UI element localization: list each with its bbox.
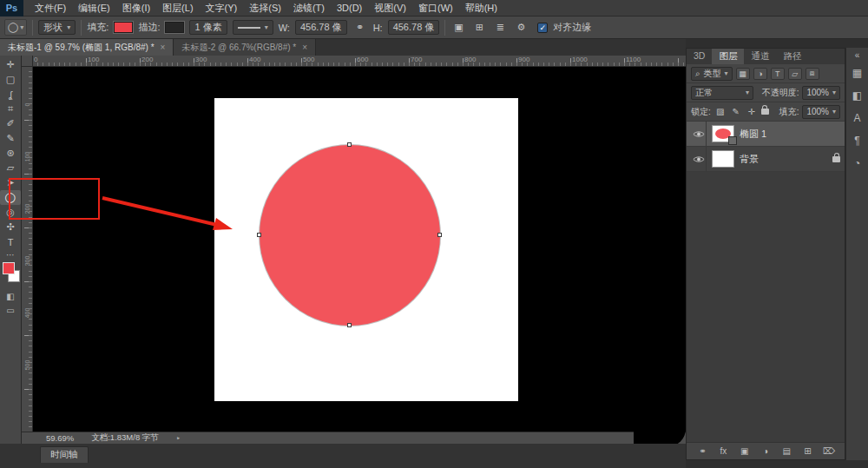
eraser-tool[interactable]: ▱ xyxy=(0,161,21,175)
menu-window[interactable]: 窗口(W) xyxy=(412,0,459,16)
filter-type-layers-icon[interactable]: T xyxy=(771,68,785,80)
menu-filter[interactable]: 滤镜(T) xyxy=(287,0,331,16)
new-group-icon[interactable]: ▤ xyxy=(780,446,792,456)
tool-preset-dropdown[interactable]: ◯ ▾ xyxy=(4,19,27,36)
close-icon[interactable]: × xyxy=(161,43,166,52)
character-panel-icon[interactable]: A xyxy=(846,107,868,129)
marquee-tool[interactable]: ▢ xyxy=(0,72,21,87)
eyedropper-tool[interactable]: ✐ xyxy=(0,116,21,131)
width-value: 456.78 像 xyxy=(300,21,342,34)
anchor-point-right[interactable] xyxy=(437,233,442,237)
height-field[interactable]: 456.78 像 xyxy=(388,20,440,35)
horizontal-ruler[interactable]: 0 100 200 300 400 500 600 700 800 900 10… xyxy=(22,56,686,67)
layers-empty-area[interactable] xyxy=(687,172,845,442)
adjustment-layer-icon[interactable]: ◑ xyxy=(760,446,772,456)
layer-row-ellipse[interactable]: 椭圆 1 xyxy=(687,122,845,147)
lock-row: 锁定: ▨ ✎ ✛ 填充: 100% ▾ xyxy=(687,102,845,122)
menu-view[interactable]: 视图(V) xyxy=(368,0,412,16)
align-edges-checkbox[interactable]: ✓ xyxy=(537,23,548,33)
lock-all-icon[interactable] xyxy=(761,109,769,115)
screen-mode-icon[interactable]: ▭ xyxy=(0,306,21,315)
delete-layer-icon[interactable]: ⌦ xyxy=(823,446,835,456)
tool-mode-dropdown[interactable]: 形状 ▾ xyxy=(38,20,76,35)
ruler-label: 400 xyxy=(249,56,260,63)
document-canvas[interactable] xyxy=(214,98,518,401)
type-tool[interactable]: T xyxy=(0,234,21,249)
menu-file[interactable]: 文件(F) xyxy=(29,0,72,16)
move-tool[interactable]: ✛ xyxy=(0,57,21,72)
visibility-toggle[interactable] xyxy=(691,122,707,146)
stroke-type-dropdown[interactable]: ▾ xyxy=(233,20,273,35)
visibility-toggle[interactable] xyxy=(691,147,707,171)
zoom-level[interactable]: 59.69% xyxy=(46,433,74,443)
chevron-right-icon[interactable]: ‣ xyxy=(176,434,181,443)
stroke-width-field[interactable]: 1 像素 xyxy=(189,20,227,35)
layer-thumbnail-ellipse[interactable] xyxy=(712,125,734,142)
anchor-point-left[interactable] xyxy=(257,233,261,237)
filter-pixel-layers-icon[interactable]: ▦ xyxy=(736,68,750,80)
quick-mask-icon[interactable]: ◧ xyxy=(0,292,21,301)
close-icon[interactable]: × xyxy=(302,43,307,52)
ellipse-shape[interactable] xyxy=(260,145,440,326)
path-arrange-icon[interactable]: ≣ xyxy=(492,22,508,33)
width-field[interactable]: 456.78 像 xyxy=(295,20,347,35)
app-logo[interactable]: Ps xyxy=(0,0,23,16)
blend-mode-dropdown[interactable]: 正常 ▾ xyxy=(691,86,753,100)
lock-position-icon[interactable]: ✛ xyxy=(746,107,758,116)
filter-kind-dropdown[interactable]: ⌕ 类型 ▾ xyxy=(691,67,733,81)
layer-row-background[interactable]: 背景 xyxy=(687,147,845,172)
lock-image-icon[interactable]: ✎ xyxy=(730,107,742,116)
menu-type[interactable]: 文字(Y) xyxy=(200,0,244,16)
tab-channels[interactable]: 通道 xyxy=(744,49,776,64)
anchor-point-top[interactable] xyxy=(347,142,352,147)
menu-3d[interactable]: 3D(D) xyxy=(331,0,368,16)
vertical-ruler[interactable]: 0 100 200 300 400 500 xyxy=(22,67,33,432)
crop-tool[interactable]: ⌗ xyxy=(0,102,21,116)
tab-timeline[interactable]: 时间轴 xyxy=(40,446,89,463)
tab-3d[interactable]: 3D xyxy=(687,49,712,64)
gear-icon[interactable]: ⚙ xyxy=(513,22,529,33)
paragraph-panel-icon[interactable]: ¶ xyxy=(846,129,868,152)
layer-name[interactable]: 椭圆 1 xyxy=(740,128,766,141)
collapse-panels-icon[interactable]: « xyxy=(855,48,860,62)
menu-layer[interactable]: 图层(L) xyxy=(156,0,199,16)
menu-image[interactable]: 图像(I) xyxy=(116,0,156,16)
lock-transparency-icon[interactable]: ▨ xyxy=(714,107,727,116)
foreground-color-swatch[interactable] xyxy=(3,262,15,274)
filter-shape-layers-icon[interactable]: ▱ xyxy=(788,68,802,80)
menu-select[interactable]: 选择(S) xyxy=(243,0,287,16)
layer-style-icon[interactable]: fx xyxy=(717,446,729,456)
lasso-tool[interactable]: ʆ xyxy=(0,87,21,102)
fill-label: 填充: xyxy=(87,21,108,34)
new-layer-icon[interactable]: ⊞ xyxy=(801,446,813,456)
fill-opacity-dropdown[interactable]: 100% ▾ xyxy=(802,105,840,119)
add-mask-icon[interactable]: ▣ xyxy=(739,446,751,456)
link-layers-icon[interactable]: ⚭ xyxy=(696,446,708,456)
hand-tool[interactable]: ✣ xyxy=(0,220,21,234)
stroke-color-swatch[interactable] xyxy=(165,22,184,33)
divider xyxy=(81,20,82,36)
styles-panel-icon[interactable]: ◧ xyxy=(846,84,868,107)
canvas-area[interactable] xyxy=(33,67,686,432)
filter-smart-objects-icon[interactable]: ⧈ xyxy=(806,68,819,80)
fill-color-swatch[interactable] xyxy=(114,22,133,33)
swatches-panel-icon[interactable]: ▦ xyxy=(846,62,868,84)
tab-paths[interactable]: 路径 xyxy=(776,49,808,64)
link-dimensions-icon[interactable]: ⚭ xyxy=(352,22,368,33)
filter-adjustment-layers-icon[interactable]: ◑ xyxy=(753,68,767,80)
histogram-panel-icon[interactable]: ◔ xyxy=(846,152,868,175)
document-tab-2[interactable]: 未标题-2 @ 66.7%(RGB/8#) * × xyxy=(174,39,316,56)
menu-help[interactable]: 帮助(H) xyxy=(459,0,503,16)
menu-edit[interactable]: 编辑(E) xyxy=(72,0,116,16)
layer-name[interactable]: 背景 xyxy=(740,153,759,166)
path-operations-icon[interactable]: ▣ xyxy=(450,22,466,33)
more-tools-icon[interactable]: ⋯ xyxy=(0,250,21,260)
path-alignment-icon[interactable]: ⊞ xyxy=(471,22,487,33)
clone-stamp-tool[interactable]: ⊛ xyxy=(0,146,21,161)
opacity-dropdown[interactable]: 100% ▾ xyxy=(802,86,840,100)
anchor-point-bottom[interactable] xyxy=(347,323,352,327)
layer-thumbnail-background[interactable] xyxy=(712,150,734,168)
tab-layers[interactable]: 图层 xyxy=(712,49,744,64)
document-tab-1[interactable]: 未标题-1 @ 59.7% (椭圆 1, RGB/8#) * × xyxy=(0,39,174,56)
brush-tool[interactable]: ✎ xyxy=(0,131,21,146)
